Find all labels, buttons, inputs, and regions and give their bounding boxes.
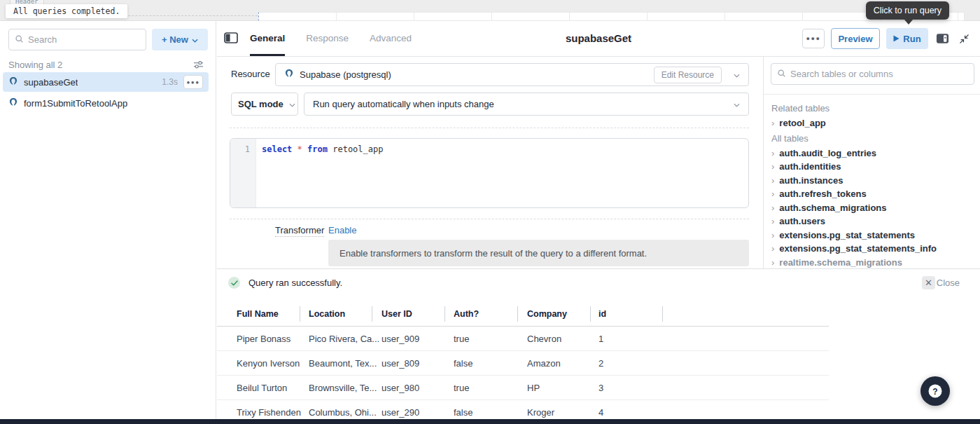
query-search-input[interactable] xyxy=(28,34,140,45)
schema-search-input[interactable] xyxy=(790,69,968,79)
run-label: Run xyxy=(903,34,920,44)
run-query-tooltip: Click to run query xyxy=(866,1,949,20)
cell-company: HP xyxy=(527,376,540,400)
schema-table-item[interactable]: ›auth.identities xyxy=(771,160,977,174)
schema-table-item[interactable]: ›extensions.pg_stat_statements_info xyxy=(771,242,977,256)
svg-text:?: ? xyxy=(932,387,937,397)
schema-table-item[interactable]: ›realtime.schema_migrations xyxy=(771,256,977,269)
sql-code-editor[interactable]: 1 select * from retool_app xyxy=(230,138,749,208)
play-icon xyxy=(893,34,899,44)
column-header[interactable]: Company xyxy=(527,302,567,327)
column-resize-handle[interactable] xyxy=(590,306,591,322)
queries-completed-toast: All queries completed. xyxy=(6,4,127,18)
column-header[interactable]: User ID xyxy=(382,302,412,327)
close-results-label[interactable]: Close xyxy=(937,278,960,288)
resource-select[interactable]: Supabase (postgresql) Edit Resource xyxy=(275,63,749,86)
table-name: auth.instances xyxy=(779,174,843,188)
table-name: extensions.pg_stat_statements xyxy=(779,228,915,242)
filter-icon[interactable] xyxy=(193,60,204,72)
help-chat-icon: ? xyxy=(923,379,947,403)
column-resize-handle[interactable] xyxy=(517,306,518,322)
collapse-editor-icon[interactable] xyxy=(956,31,972,46)
cell-full-name: Piper Bonass xyxy=(237,327,290,351)
schema-table-item[interactable]: ›auth.refresh_tokens xyxy=(771,187,977,201)
component-selection-dash xyxy=(118,15,258,16)
sql-star: * xyxy=(298,144,302,154)
schema-divider xyxy=(764,94,980,95)
cell-full-name: Beilul Turton xyxy=(237,376,287,400)
schema-table-item[interactable]: ›auth.schema_migrations xyxy=(771,201,977,215)
close-icon[interactable]: ✕ xyxy=(922,276,935,289)
column-header[interactable]: Location xyxy=(309,302,345,327)
table-row[interactable]: Kenyon Iverson Beaumont, Tex... user_809… xyxy=(217,351,829,376)
chevron-right-icon: › xyxy=(771,189,774,198)
chevron-down-icon xyxy=(192,34,198,45)
query-more-button[interactable]: ●●● xyxy=(183,75,203,89)
column-resize-handle[interactable] xyxy=(372,306,372,322)
run-button[interactable]: Run xyxy=(886,28,928,49)
cell-id: 2 xyxy=(598,351,603,376)
column-resize-handle[interactable] xyxy=(662,306,663,322)
success-check-icon xyxy=(228,277,240,289)
resource-label: Resource xyxy=(231,69,270,79)
tab-advanced[interactable]: Advanced xyxy=(370,21,412,56)
column-resize-handle[interactable] xyxy=(300,306,300,322)
search-icon xyxy=(777,69,786,80)
cell-location: Brownsville, Te... xyxy=(309,376,377,400)
cell-user-id: user_809 xyxy=(382,351,419,376)
app-canvas-strip: Header All queries completed. xyxy=(0,0,980,21)
preview-button[interactable]: Preview xyxy=(831,28,880,49)
query-more-actions-button[interactable]: ●●● xyxy=(802,29,825,48)
schema-table-list: Related tables › retool_app All tables ›… xyxy=(771,100,977,268)
schema-table-item[interactable]: ›auth.users xyxy=(771,214,977,228)
column-resize-handle[interactable] xyxy=(444,306,445,322)
sql-keyword: from xyxy=(307,144,328,154)
retool-query-editor: Header All queries completed. Click to r… xyxy=(0,0,980,424)
cell-company: Chevron xyxy=(527,327,561,351)
schema-table-item[interactable]: ›extensions.pg_stat_statements xyxy=(771,228,977,242)
table-name: auth.users xyxy=(779,214,825,228)
table-name: extensions.pg_stat_statements_info xyxy=(779,242,937,256)
edit-resource-button[interactable]: Edit Resource xyxy=(654,67,722,83)
chevron-right-icon: › xyxy=(771,149,774,158)
schema-table-item[interactable]: ›auth.audit_log_entries xyxy=(771,146,977,160)
schema-table-retool-app[interactable]: › retool_app xyxy=(771,116,977,130)
tab-general[interactable]: General xyxy=(250,21,285,56)
tab-response[interactable]: Response xyxy=(306,21,349,56)
column-header[interactable]: id xyxy=(598,302,606,327)
query-results-panel: Query ran successfully. ✕ Close Full Nam… xyxy=(217,268,980,424)
column-header[interactable]: Full Name xyxy=(237,302,279,327)
toggle-left-panel-icon[interactable] xyxy=(223,31,239,45)
sql-mode-select[interactable]: SQL mode xyxy=(231,93,298,116)
query-list-panel: + New Showing all 2 supabaseGet 1.3s ●●●… xyxy=(0,21,216,424)
column-header[interactable]: Auth? xyxy=(454,302,479,327)
transformer-enable-link[interactable]: Enable xyxy=(328,225,356,235)
cell-company: Amazon xyxy=(527,351,561,376)
header-actions: ●●● Preview Run xyxy=(802,21,972,56)
schema-table-item[interactable]: ›auth.instances xyxy=(771,174,977,188)
query-duration: 1.3s xyxy=(162,77,178,87)
resource-value: Supabase (postgresql) xyxy=(300,69,391,80)
showing-count-label: Showing all 2 xyxy=(8,60,62,70)
toggle-right-panel-icon[interactable] xyxy=(934,31,950,46)
run-trigger-select[interactable]: Run query automatically when inputs chan… xyxy=(304,93,749,116)
new-query-button[interactable]: + New xyxy=(152,29,208,50)
query-list-item-form1submit[interactable]: form1SubmitToRetoolApp xyxy=(3,93,209,113)
postgres-icon xyxy=(284,69,294,81)
cell-user-id: user_980 xyxy=(382,376,419,400)
table-row[interactable]: Piper Bonass Pico Rivera, Ca... user_909… xyxy=(217,327,829,351)
all-tables-heading: All tables xyxy=(771,130,977,146)
table-row[interactable]: Beilul Turton Brownsville, Te... user_98… xyxy=(217,376,829,400)
editor-tabs: General Response Advanced xyxy=(250,21,412,56)
sql-identifier: retool_app xyxy=(332,144,383,154)
query-list-item-supabaseget[interactable]: supabaseGet 1.3s ●●● xyxy=(3,72,209,92)
postgres-icon xyxy=(8,76,18,88)
cell-auth: true xyxy=(454,327,469,351)
chevron-down-icon xyxy=(734,99,740,109)
transformer-label: Transformer xyxy=(275,225,324,237)
help-button[interactable]: ? xyxy=(920,376,950,406)
cell-auth: true xyxy=(454,376,469,400)
table-name: realtime.schema_migrations xyxy=(779,256,902,269)
section-divider xyxy=(230,219,749,219)
postgres-icon xyxy=(8,97,18,109)
